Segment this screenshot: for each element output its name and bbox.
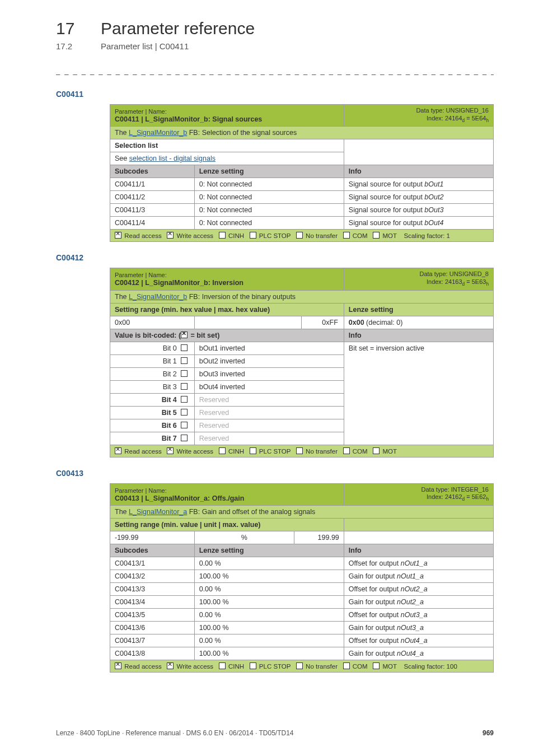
cell-bit: Bit 0 xyxy=(110,342,195,354)
param-name-title: C00413 | L_SignalMonitor_a: Offs./gain xyxy=(115,494,244,502)
cell-bit-label: Reserved xyxy=(194,393,344,406)
checkbox-icon xyxy=(373,232,380,239)
checkbox-icon xyxy=(250,662,256,669)
param-name-title: C00412 | L_SignalMonitor_b: Inversion xyxy=(115,279,243,287)
desc-link[interactable]: L_SignalMonitor_b xyxy=(129,129,187,137)
section-heading: C00412 xyxy=(56,253,494,262)
col-lenze: Lenze setting xyxy=(194,165,344,178)
see-link[interactable]: selection list - digital signals xyxy=(129,155,216,162)
checkbox-icon xyxy=(181,435,188,441)
cell-info: Gain for output nOut4_a xyxy=(344,647,493,660)
cell-info: Offset for output nOut1_a xyxy=(344,557,493,570)
table-row: C00413/6100.00 %Gain for output nOut3_a xyxy=(110,621,494,634)
checkbox-icon xyxy=(181,357,188,364)
cell-subcode: C00413/8 xyxy=(110,647,195,660)
table-row: C00411/1 0: Not connected Signal source … xyxy=(110,178,494,191)
checkbox-icon xyxy=(181,409,188,416)
table-row: C00411/2 0: Not connected Signal source … xyxy=(110,191,494,204)
param-name-title: C00411 | L_SignalMonitor_b: Signal sourc… xyxy=(115,115,262,123)
cell-bitset-info: Bit set = inversion active xyxy=(344,342,493,445)
cell-subcode: C00411/2 xyxy=(110,191,195,204)
table-row: C00411/4 0: Not connected Signal source … xyxy=(110,217,494,230)
checkbox-icon xyxy=(296,232,303,239)
checkbox-icon xyxy=(296,662,303,669)
checkbox-icon xyxy=(296,447,303,454)
section-heading: C00411 xyxy=(56,90,494,99)
checkbox-icon xyxy=(181,383,188,390)
checkbox-icon xyxy=(343,232,350,239)
checkbox-icon xyxy=(181,370,188,377)
table-row: C00413/4100.00 %Gain for output nOut2_a xyxy=(110,595,494,608)
col-info: Info xyxy=(344,329,493,342)
setting-range-label: Setting range (min. hex value | max. hex… xyxy=(115,306,270,314)
cell-subcode: C00411/4 xyxy=(110,217,195,230)
table-row: C00413/50.00 %Offset for output nOut3_a xyxy=(110,608,494,621)
checkbox-icon xyxy=(167,232,174,239)
table-row: C00411/3 0: Not connected Signal source … xyxy=(110,204,494,217)
cell-info: Gain for output nOut1_a xyxy=(344,570,493,582)
cell-lenze: 100.00 % xyxy=(194,647,344,660)
table-row: Bit 0 bOut1 inverted Bit set = inversion… xyxy=(110,342,494,354)
section-heading: C00413 xyxy=(56,469,494,478)
access-row: Read access Write access CINH PLC STOP N… xyxy=(110,445,494,457)
cell-lenze: 0.00 % xyxy=(194,634,344,647)
checkbox-icon xyxy=(343,662,350,669)
checkbox-icon xyxy=(373,662,380,669)
data-type-line2: Index: 24162d = 5E62h xyxy=(427,493,489,500)
cell-bit-label: Reserved xyxy=(194,432,344,445)
desc-link[interactable]: L_SignalMonitor_a xyxy=(129,508,187,516)
cell-bit: Bit 2 xyxy=(110,367,195,380)
cell-lenze: 0.00 % xyxy=(194,582,344,595)
unit-value: % xyxy=(194,531,294,544)
cell-lenze: 100.00 % xyxy=(194,621,344,634)
cell-info: Gain for output nOut3_a xyxy=(344,621,493,634)
cell-bit: Bit 5 xyxy=(110,406,195,419)
page-number: 969 xyxy=(483,729,494,737)
checkbox-icon xyxy=(115,447,121,454)
checkbox-icon xyxy=(115,662,121,669)
footer-text: Lenze · 8400 TopLine · Reference manual … xyxy=(56,729,293,737)
desc-text: The xyxy=(115,508,129,516)
cell-info: Signal source for output bOut2 xyxy=(344,191,493,204)
cell-lenze: 0: Not connected xyxy=(194,217,344,230)
data-type-line1: Data type: UNSIGNED_16 xyxy=(416,107,489,114)
cell-subcode: C00413/7 xyxy=(110,634,195,647)
access-row: Read access Write access CINH PLC STOP N… xyxy=(110,230,494,242)
max-value: 0xFF xyxy=(302,316,344,329)
cell-info: Signal source for output bOut3 xyxy=(344,204,493,217)
subchapter-title: Parameter list | C00411 xyxy=(101,41,189,51)
checkbox-icon xyxy=(219,232,226,239)
col-lenze: Lenze setting xyxy=(194,544,344,557)
cell-bit: Bit 1 xyxy=(110,354,195,367)
col-info: Info xyxy=(344,165,493,178)
cell-lenze: 100.00 % xyxy=(194,595,344,608)
checkbox-icon xyxy=(250,447,256,454)
cell-bit: Bit 4 xyxy=(110,393,195,406)
cell-lenze: 0: Not connected xyxy=(194,204,344,217)
separator-line: _ _ _ _ _ _ _ _ _ _ _ _ _ _ _ _ _ _ _ _ … xyxy=(56,67,494,75)
cell-lenze: 100.00 % xyxy=(194,570,344,582)
table-row: C00413/10.00 %Offset for output nOut1_a xyxy=(110,557,494,570)
param-table-c00413: Parameter | Name: C00413 | L_SignalMonit… xyxy=(110,483,494,673)
table-row: C00413/8100.00 %Gain for output nOut4_a xyxy=(110,647,494,660)
table-row: C00413/70.00 %Offset for output nOut4_a xyxy=(110,634,494,647)
param-name-label: Parameter | Name: xyxy=(115,108,167,115)
chapter-title: Parameter reference xyxy=(101,20,255,37)
checkbox-icon xyxy=(181,422,188,428)
max-value: 199.99 xyxy=(294,531,344,544)
cell-bit-label: bOut4 inverted xyxy=(194,380,344,393)
cell-subcode: C00411/3 xyxy=(110,204,195,217)
cell-info: Signal source for output bOut1 xyxy=(344,178,493,191)
min-value: -199.99 xyxy=(110,531,195,544)
cell-subcode: C00413/3 xyxy=(110,582,195,595)
cell-info: Offset for output nOut4_a xyxy=(344,634,493,647)
data-type-line1: Data type: INTEGER_16 xyxy=(421,486,489,493)
min-value: 0x00 xyxy=(110,316,195,329)
param-table-c00411: Parameter | Name: C00411 | L_SignalMonit… xyxy=(110,104,494,242)
table-row: C00413/30.00 %Offset for output nOut2_a xyxy=(110,582,494,595)
cell-bit-label: bOut3 inverted xyxy=(194,367,344,380)
desc-text: The xyxy=(115,129,129,137)
checkbox-icon xyxy=(181,332,188,338)
desc-text: The xyxy=(115,293,129,301)
desc-link[interactable]: L_SignalMonitor_b xyxy=(129,293,187,301)
